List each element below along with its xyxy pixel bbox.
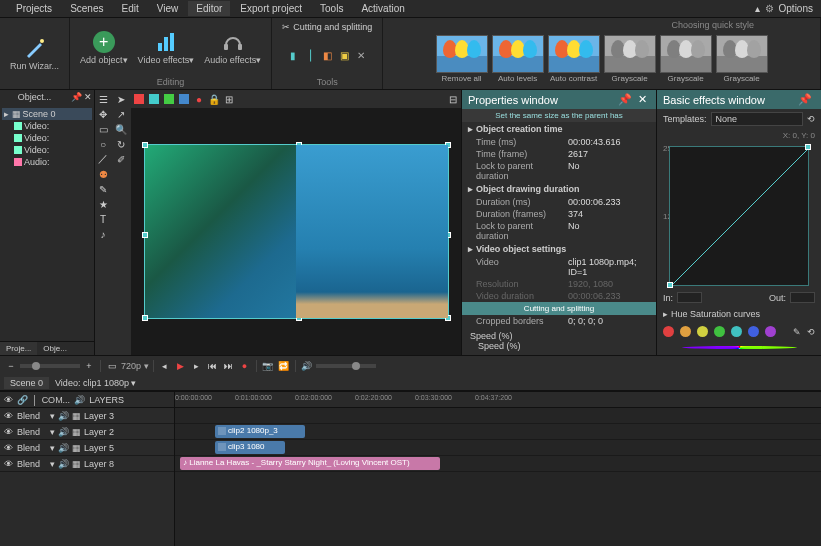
tool-person-icon[interactable]: ⚉	[96, 167, 110, 181]
prop-row[interactable]: Duration (ms)00:00:06.233	[462, 196, 656, 208]
resize-handle[interactable]	[445, 315, 451, 321]
skip-start-icon[interactable]: ⏮	[206, 359, 220, 373]
tool-move-icon[interactable]: ✥	[96, 107, 110, 121]
prop-row[interactable]: Video duration00:00:06.233	[462, 290, 656, 302]
loop-icon[interactable]: 🔁	[277, 359, 291, 373]
prop-row[interactable]: Lock to parent durationNo	[462, 220, 656, 242]
objects-tab[interactable]: Obje...	[37, 342, 73, 355]
visibility-toggle-icon[interactable]: 👁	[4, 459, 14, 469]
tool-arrow-icon[interactable]: ↗	[114, 107, 128, 121]
tool-note-icon[interactable]: ♪	[96, 227, 110, 241]
tool-split-icon[interactable]: ⎮	[303, 48, 317, 62]
layer-sound-icon[interactable]: 🔊	[58, 459, 69, 469]
layer-lock-icon[interactable]: ▦	[72, 411, 81, 421]
tree-item-video2[interactable]: Video:	[2, 132, 92, 144]
monitor-icon[interactable]: ▭	[105, 359, 119, 373]
tool-text-icon[interactable]: T	[96, 212, 110, 226]
reset-curves-icon[interactable]: ⟲	[807, 327, 815, 337]
prop-row[interactable]: Lock to parent durationNo	[462, 160, 656, 182]
tool-star-icon[interactable]: ★	[96, 197, 110, 211]
layer-sound-icon[interactable]: 🔊	[58, 443, 69, 453]
curve-handle[interactable]	[667, 282, 673, 288]
tree-item-audio[interactable]: Audio:	[2, 156, 92, 168]
menu-export[interactable]: Export project	[232, 1, 310, 16]
preview-canvas[interactable]	[131, 108, 461, 355]
templates-select[interactable]: None	[711, 112, 803, 126]
layer-sound-icon[interactable]: 🔊	[58, 427, 69, 437]
curve-editor[interactable]	[669, 146, 809, 286]
menu-tools[interactable]: Tools	[312, 1, 351, 16]
close-icon[interactable]: ✕	[84, 92, 92, 104]
ptool-blue[interactable]	[177, 92, 191, 106]
style-grayscale-1[interactable]: Grayscale	[604, 35, 656, 83]
style-auto-contrast[interactable]: Auto contrast	[548, 35, 600, 83]
sound-icon[interactable]: 🔊	[74, 395, 85, 405]
resize-handle[interactable]	[142, 315, 148, 321]
menu-edit[interactable]: Edit	[113, 1, 146, 16]
track-layer2[interactable]: clip2 1080p_3	[175, 424, 821, 440]
menu-editor[interactable]: Editor	[188, 1, 230, 16]
zoom-out-icon[interactable]: −	[4, 359, 18, 373]
tree-item-video1[interactable]: Video:	[2, 120, 92, 132]
tool-hand-icon[interactable]: ☰	[96, 92, 110, 106]
zoom-slider[interactable]	[20, 364, 80, 368]
layer-row[interactable]: 👁 Blend▾ 🔊 ▦ Layer 8	[0, 456, 174, 472]
tool-rotate-icon[interactable]: ↻	[114, 137, 128, 151]
resolution-select[interactable]: 720p ▾	[121, 361, 149, 371]
color-wheel[interactable]	[682, 346, 797, 349]
speaker-icon[interactable]: 🔊	[300, 359, 314, 373]
color-dot[interactable]	[731, 326, 742, 337]
tool-circle-icon[interactable]: ○	[96, 137, 110, 151]
color-dot[interactable]	[663, 326, 674, 337]
clip-video-2[interactable]: clip2 1080p_3	[215, 425, 305, 438]
style-remove-all[interactable]: Remove all	[436, 35, 488, 83]
ptool-lock-icon[interactable]: 🔒	[207, 92, 221, 106]
scene-tab[interactable]: Scene 0	[4, 377, 49, 389]
ptool-record-icon[interactable]: ●	[192, 92, 206, 106]
timeline-ruler[interactable]: 0:00:00:0000:01:00:0000:02:00:0000:02:20…	[175, 392, 821, 408]
tool-marker-icon[interactable]: ▣	[337, 48, 351, 62]
timeline-tracks[interactable]: 0:00:00:0000:01:00:0000:02:00:0000:02:20…	[175, 392, 821, 546]
pin-icon[interactable]: 📌	[71, 92, 82, 104]
resize-handle[interactable]	[445, 142, 451, 148]
prop-section-header[interactable]: ▸Video object settings	[462, 242, 656, 256]
pin-icon[interactable]: 📌	[795, 93, 815, 106]
layer-lock-icon[interactable]: ▦	[72, 443, 81, 453]
prop-section-header[interactable]: ▸Object creation time	[462, 122, 656, 136]
color-dot[interactable]	[697, 326, 708, 337]
track-layer3[interactable]	[175, 408, 821, 424]
snapshot-icon[interactable]: 📷	[261, 359, 275, 373]
prop-section-header[interactable]: ▸Object drawing duration	[462, 182, 656, 196]
visibility-toggle-icon[interactable]: 👁	[4, 427, 14, 437]
menu-view[interactable]: View	[149, 1, 187, 16]
tree-item-video3[interactable]: Video:	[2, 144, 92, 156]
reset-template-icon[interactable]: ⟲	[807, 114, 815, 124]
ptool-red[interactable]	[132, 92, 146, 106]
visibility-toggle-icon[interactable]: 👁	[4, 443, 14, 453]
menu-activation[interactable]: Activation	[353, 1, 412, 16]
layer-row[interactable]: 👁 Blend▾ 🔊 ▦ Layer 2	[0, 424, 174, 440]
menu-scenes[interactable]: Scenes	[62, 1, 111, 16]
object-tab[interactable]: Object...	[0, 90, 69, 106]
next-frame-icon[interactable]: ▸	[190, 359, 204, 373]
tool-brush-icon[interactable]: ✎	[96, 182, 110, 196]
prop-row[interactable]: Duration (frames)374	[462, 208, 656, 220]
prop-row[interactable]: Cropped borders0; 0; 0; 0	[462, 315, 656, 327]
run-wizard-button[interactable]: Run Wizar...	[6, 34, 63, 74]
timeline-file-label[interactable]: Video: clip1 1080p ▾	[55, 378, 136, 388]
options-label[interactable]: Options	[779, 3, 813, 14]
tool-eyedrop-icon[interactable]: ✐	[114, 152, 128, 166]
video-frame[interactable]	[144, 144, 449, 319]
resize-handle[interactable]	[296, 315, 302, 321]
resize-handle[interactable]	[142, 142, 148, 148]
menu-projects[interactable]: Projects	[8, 1, 60, 16]
tool-line-icon[interactable]: ／	[96, 152, 110, 166]
layer-lock-icon[interactable]: ▦	[72, 459, 81, 469]
tree-scene[interactable]: ▸ ▦Scene 0	[2, 108, 92, 120]
close-icon[interactable]: ✕	[635, 93, 650, 106]
volume-slider[interactable]	[316, 364, 376, 368]
prop-row[interactable]: Videoclip1 1080p.mp4; ID=1	[462, 256, 656, 278]
tool-delete-icon[interactable]: ✕	[354, 48, 368, 62]
style-grayscale-3[interactable]: Grayscale	[716, 35, 768, 83]
ptool-cyan[interactable]	[147, 92, 161, 106]
